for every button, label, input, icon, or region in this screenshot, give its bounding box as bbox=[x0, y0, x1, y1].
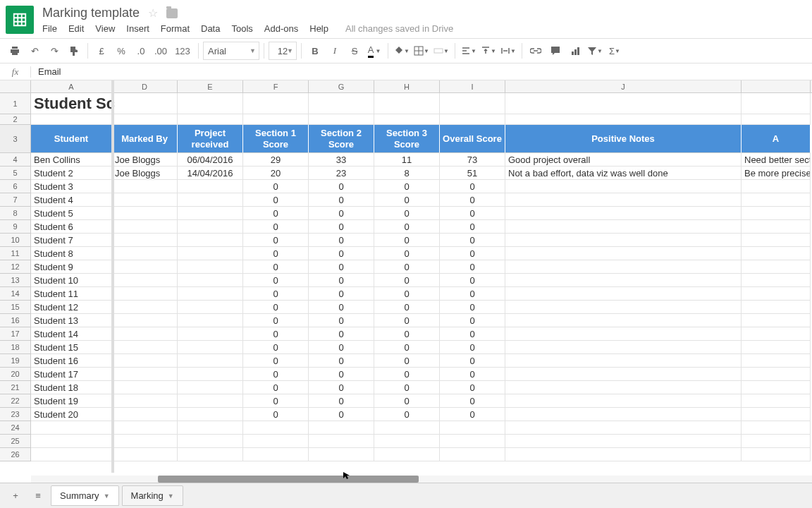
cell[interactable] bbox=[742, 193, 811, 207]
cell[interactable] bbox=[112, 448, 178, 461]
cell[interactable] bbox=[112, 394, 178, 408]
cell[interactable] bbox=[505, 341, 742, 354]
cell[interactable] bbox=[505, 234, 742, 247]
cell[interactable] bbox=[243, 421, 309, 435]
column-headers[interactable]: ADEFGHIJ bbox=[31, 80, 812, 93]
menu-edit[interactable]: Edit bbox=[68, 23, 84, 34]
cell[interactable]: 0 bbox=[309, 368, 374, 381]
cell[interactable]: 0 bbox=[440, 247, 505, 260]
cell[interactable]: Student 8 bbox=[31, 247, 112, 260]
cell[interactable] bbox=[112, 220, 178, 234]
cell[interactable] bbox=[440, 435, 505, 448]
cell[interactable]: 0 bbox=[243, 327, 309, 341]
row-header[interactable]: 16 bbox=[0, 314, 30, 327]
cell[interactable]: 0 bbox=[440, 220, 505, 234]
cell[interactable] bbox=[112, 314, 178, 327]
cell[interactable]: 0 bbox=[309, 287, 374, 301]
horizontal-align-button[interactable]: ▼ bbox=[460, 42, 478, 60]
cell[interactable]: 0 bbox=[374, 327, 440, 341]
italic-button[interactable]: I bbox=[326, 42, 344, 60]
cell[interactable] bbox=[742, 287, 811, 301]
cell[interactable]: Student 3 bbox=[31, 180, 112, 193]
row-header[interactable]: 19 bbox=[0, 354, 30, 368]
cell[interactable]: Ben Collins bbox=[31, 153, 112, 167]
cell[interactable]: 0 bbox=[374, 394, 440, 408]
sheets-app-icon[interactable] bbox=[6, 6, 34, 34]
cell[interactable] bbox=[440, 421, 505, 435]
cell[interactable] bbox=[178, 435, 243, 448]
cells-area[interactable]: Student ScStudentMarked ByProject receiv… bbox=[31, 93, 812, 461]
formula-input[interactable]: Email bbox=[31, 66, 61, 77]
document-title[interactable]: Marking template bbox=[42, 6, 140, 20]
cell[interactable]: 0 bbox=[309, 180, 374, 193]
cell[interactable]: 0 bbox=[243, 341, 309, 354]
cell[interactable]: Student 16 bbox=[31, 354, 112, 368]
cell[interactable] bbox=[374, 448, 440, 461]
cell[interactable] bbox=[505, 114, 742, 125]
cell[interactable]: Student 6 bbox=[31, 220, 112, 234]
cell[interactable] bbox=[742, 114, 811, 125]
cell[interactable] bbox=[112, 327, 178, 341]
cell[interactable]: 0 bbox=[309, 394, 374, 408]
cell[interactable] bbox=[374, 114, 440, 125]
row-header[interactable]: 10 bbox=[0, 234, 30, 247]
cell[interactable] bbox=[374, 93, 440, 114]
cell[interactable] bbox=[505, 207, 742, 220]
cell[interactable]: 0 bbox=[374, 368, 440, 381]
cell[interactable] bbox=[309, 435, 374, 448]
filter-icon[interactable]: ▼ bbox=[586, 42, 604, 60]
cell[interactable]: 0 bbox=[374, 408, 440, 421]
chevron-down-icon[interactable]: ▼ bbox=[104, 492, 110, 500]
cell[interactable] bbox=[178, 220, 243, 234]
cell[interactable]: 0 bbox=[440, 274, 505, 287]
cell[interactable]: 06/04/2016 bbox=[178, 153, 243, 167]
cell[interactable]: Marked By bbox=[112, 125, 178, 153]
row-header[interactable]: 1 bbox=[0, 93, 30, 114]
cell[interactable]: Student Sc bbox=[31, 93, 112, 114]
cell[interactable] bbox=[178, 287, 243, 301]
cell[interactable] bbox=[112, 260, 178, 274]
cell[interactable] bbox=[742, 180, 811, 193]
row-header[interactable]: 8 bbox=[0, 207, 30, 220]
cell[interactable] bbox=[505, 368, 742, 381]
cell[interactable] bbox=[742, 220, 811, 234]
cell[interactable]: Student 11 bbox=[31, 287, 112, 301]
cell[interactable] bbox=[505, 287, 742, 301]
menu-help[interactable]: Help bbox=[309, 23, 328, 34]
cell[interactable] bbox=[178, 314, 243, 327]
redo-icon[interactable]: ↷ bbox=[45, 42, 63, 60]
row-header[interactable]: 2 bbox=[0, 114, 30, 125]
cell[interactable]: Student 10 bbox=[31, 274, 112, 287]
cell[interactable]: 8 bbox=[374, 167, 440, 180]
cell[interactable] bbox=[112, 408, 178, 421]
cell[interactable] bbox=[112, 247, 178, 260]
cell[interactable] bbox=[112, 287, 178, 301]
cell[interactable]: Joe Bloggs bbox=[112, 167, 178, 180]
column-header[interactable]: G bbox=[309, 80, 374, 92]
row-header[interactable]: 7 bbox=[0, 193, 30, 207]
fill-color-button[interactable]: ▼ bbox=[393, 42, 411, 60]
paint-format-icon[interactable] bbox=[65, 42, 83, 60]
font-selector[interactable]: Arial▼ bbox=[203, 42, 259, 60]
cell[interactable]: 29 bbox=[243, 153, 309, 167]
cell[interactable] bbox=[742, 381, 811, 394]
cell[interactable]: Student 4 bbox=[31, 193, 112, 207]
cell[interactable]: 0 bbox=[309, 327, 374, 341]
row-header[interactable]: 12 bbox=[0, 260, 30, 274]
cell[interactable]: 0 bbox=[440, 327, 505, 341]
cell[interactable] bbox=[112, 381, 178, 394]
cell[interactable]: 0 bbox=[309, 234, 374, 247]
cell[interactable]: Section 2 Score bbox=[309, 125, 374, 153]
cell[interactable] bbox=[742, 394, 811, 408]
cell[interactable] bbox=[178, 114, 243, 125]
cell[interactable]: A bbox=[742, 125, 811, 153]
cell[interactable] bbox=[440, 93, 505, 114]
cell[interactable] bbox=[243, 435, 309, 448]
cell[interactable] bbox=[742, 421, 811, 435]
cell[interactable] bbox=[505, 421, 742, 435]
cell[interactable]: 0 bbox=[309, 220, 374, 234]
cell[interactable] bbox=[243, 448, 309, 461]
row-header[interactable]: 6 bbox=[0, 180, 30, 193]
currency-button[interactable]: £ bbox=[92, 42, 111, 60]
cell[interactable] bbox=[742, 368, 811, 381]
